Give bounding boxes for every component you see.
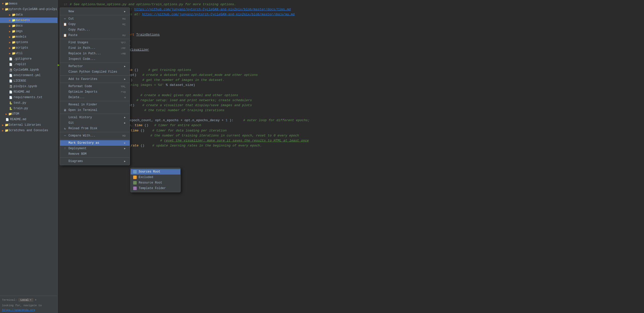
tree-item-icon: 📓 (9, 85, 13, 88)
tree-item-requirements-txt[interactable]: 📄 requirements.txt (0, 95, 57, 100)
submenu-arrow-icon: ▶ (124, 121, 126, 124)
menu-item-find-usages[interactable]: Find Usages⌥F7 (60, 40, 130, 45)
tree-item-test-py[interactable]: 🐍 test.py (0, 100, 57, 106)
tree-item-readme-md[interactable]: 📄 README.md (0, 117, 57, 122)
tree-item-label: docs (16, 24, 23, 28)
menu-item-delete[interactable]: Delete...⌫ (60, 95, 130, 100)
menu-item-inspect-code[interactable]: Inspect Code... (60, 56, 130, 62)
tree-item-label: README.md (10, 118, 26, 121)
tree-item-datasets[interactable]: ▶ 📁 datasets (0, 18, 57, 23)
terminal-bar: Terminal: Local × + (2, 297, 55, 303)
tree-item-label: External Libraries (9, 123, 41, 127)
code-line-17: 17 # See options/base_options.py and opt… (60, 2, 644, 7)
submenu-item-label: Sources Root (139, 170, 160, 174)
menu-item-label: Replace in Path... (68, 52, 101, 55)
tree-item-label: scripts (16, 46, 28, 50)
menu-item-compare-with[interactable]: ↔Compare With...⌘D (60, 133, 130, 138)
menu-item-icon: ↑ (63, 147, 67, 150)
tree-item--replit[interactable]: 📄 .replit (0, 62, 57, 67)
tree-item-label: .gitignore (14, 57, 32, 61)
tree-item-scratches-and-consoles[interactable]: ▶ 📁 Scratches and Consoles (0, 128, 57, 133)
menu-item-new[interactable]: New▶ (60, 9, 130, 14)
menu-item-copy[interactable]: 📋Copy⌘C (60, 22, 130, 27)
submenu-item-resource-root[interactable]: Resource Root (131, 180, 180, 186)
tree-item-environment-yml[interactable]: 📄 environment.yml (0, 73, 57, 78)
close-icon[interactable]: × (30, 298, 31, 301)
menu-separator (60, 139, 130, 139)
menu-shortcut: ⌥⌘L (121, 85, 126, 88)
menu-item-paste[interactable]: 📋Paste⌘V (60, 33, 130, 38)
add-terminal-button[interactable]: + (35, 298, 37, 301)
submenu-item-template-folder[interactable]: Template Folder (131, 186, 180, 191)
menu-separator (60, 158, 130, 158)
menu-item-optimize-imports[interactable]: Optimize Imports^⌥O (60, 89, 130, 95)
tree-item-imgs[interactable]: ▶ 📁 imgs (0, 29, 57, 34)
tree-item-models[interactable]: ▶ 📁 models (0, 34, 57, 40)
menu-item-diagrams[interactable]: Diagrams▶ (60, 159, 130, 164)
menu-item-local-history[interactable]: Local History▶ (60, 115, 130, 120)
tree-item-pytorch-cyclegan-and-pix2pix[interactable]: ▼ 📁 pytorch-CycleGAN-and-pix2pix (0, 7, 57, 12)
tree-item-icon: 📓 (9, 68, 13, 72)
menu-item-reload-disk[interactable]: ↻Reload from Disk (60, 126, 130, 131)
menu-item-label: Diagrams (68, 160, 83, 163)
tree-item-icon: ▶ (9, 19, 11, 22)
menu-item-reveal-finder[interactable]: Reveal in Finder (60, 102, 130, 107)
menu-item-label: Refactor (68, 65, 83, 68)
tree-item-data[interactable]: ▶ 📁 data (0, 12, 57, 18)
tree-item-cyclegan-ipynb[interactable]: 📓 CycleGAN.ipynb (0, 67, 57, 73)
tree-item-icon: 📄 (9, 96, 13, 99)
tree-item-label: README.md (14, 90, 30, 94)
menu-item-mark-directory[interactable]: Mark Directory as▶ (60, 140, 130, 146)
tree-item-demos[interactable]: ▼ 📁 demos (0, 1, 57, 7)
submenu-arrow-icon: ▶ (124, 147, 126, 150)
tree-item-label: Scratches and Consoles (9, 129, 48, 132)
menu-item-reformat-code[interactable]: Reformat Code⌥⌘L (60, 84, 130, 89)
submenu-arrow-icon: ▶ (124, 65, 126, 68)
tree-item-license[interactable]: 📄 LICENSE (0, 78, 57, 84)
tree-item-readme-md[interactable]: 📄 README.md (0, 89, 57, 95)
tree-item-utom[interactable]: ▶ 📁 UTOM (0, 111, 57, 117)
menu-shortcut: ⌘X (122, 17, 126, 21)
menu-item-deployment[interactable]: ↑Deployment▶ (60, 146, 130, 151)
menu-item-replace-in-path[interactable]: Replace in Path...⇧⌘R (60, 51, 130, 56)
tree-item-docs[interactable]: ▶ 📁 docs (0, 23, 57, 29)
tree-item-scripts[interactable]: ▶ 📁 scripts (0, 45, 57, 51)
submenu-item-icon (133, 176, 137, 179)
menu-item-label: Reveal in Finder (68, 103, 97, 106)
submenu-item-icon (133, 170, 137, 174)
menu-item-clean-python[interactable]: Clean Python Compiled Files (60, 69, 130, 75)
menu-item-label: Open in Terminal (68, 108, 97, 112)
menu-item-copy-path[interactable]: Copy Path... (60, 27, 130, 33)
terminal-link[interactable]: https://anaconda.org (2, 308, 55, 312)
menu-item-label: New (68, 10, 74, 13)
submenu-item-sources-root[interactable]: Sources Root (131, 169, 180, 175)
menu-item-open-terminal[interactable]: 🖥Open in Terminal (60, 107, 130, 113)
menu-item-git[interactable]: Git▶ (60, 120, 130, 126)
tree-item-icon: ▶ (2, 129, 4, 132)
submenu-arrow-icon: ▶ (124, 10, 126, 13)
tree-item-icon: ▶ (9, 41, 11, 44)
menu-item-find-in-path[interactable]: Find in Path...⇧⌘F (60, 45, 130, 51)
terminal-tab[interactable]: Local × (18, 298, 33, 302)
tree-item-label: environment.yml (14, 74, 41, 77)
submenu-arrow-icon: ▶ (124, 160, 126, 163)
tree-item-util[interactable]: ▶ 📁 util (0, 51, 57, 56)
submenu-item-excluded[interactable]: Excluded (131, 175, 180, 180)
tree-item-options[interactable]: ▶ 📁 options (0, 40, 57, 45)
tree-item--gitignore[interactable]: 📄 .gitignore (0, 56, 57, 62)
tree-item-external-libraries[interactable]: ▶ 📁 External Libraries (0, 122, 57, 128)
tree-item-label: imgs (16, 30, 23, 33)
menu-item-add-favorites[interactable]: Add to Favorites▶ (60, 76, 130, 82)
tree-item-icon: ▶ (9, 35, 11, 39)
menu-item-remove-bom[interactable]: Remove BOM (60, 151, 130, 157)
tree-item-icon: ▶ (9, 13, 11, 17)
terminal-tab-label: Local (20, 298, 29, 301)
tree-item-pix2pix-ipynb[interactable]: 📓 pix2pix.ipynb (0, 84, 57, 89)
menu-item-cut[interactable]: ✂Cut⌘X (60, 16, 130, 22)
menu-item-refactor[interactable]: Refactor▶ (60, 64, 130, 69)
tree-item-label: train.py (14, 107, 28, 110)
menu-separator (60, 101, 130, 101)
tree-item-label: datasets (16, 19, 30, 22)
tree-item-icon: ▼ (2, 8, 4, 11)
tree-item-train-py[interactable]: 🐍 train.py (0, 106, 57, 111)
